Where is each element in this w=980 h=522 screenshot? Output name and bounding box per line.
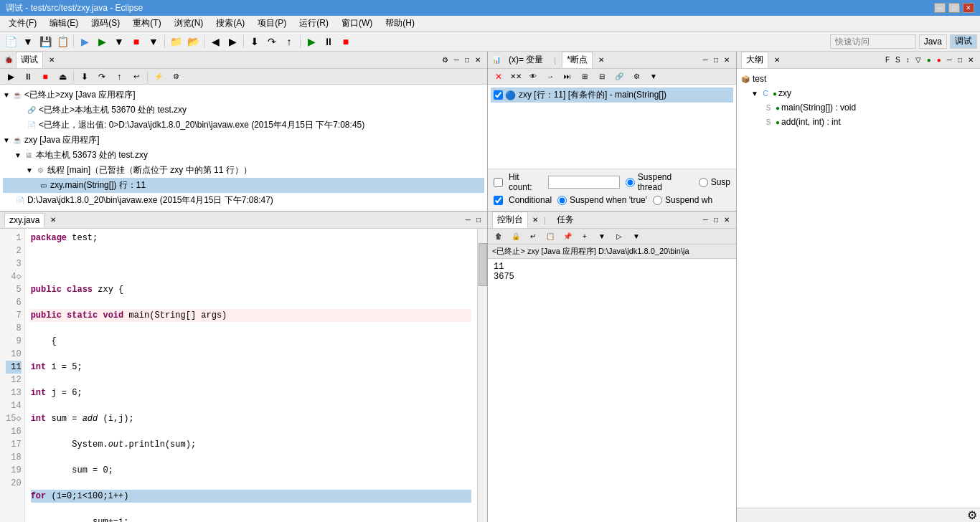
outline-close[interactable]: ✕ (966, 55, 976, 65)
editor-body[interactable]: 1234◇5 678910 11121314 15◇1617181920 pac… (0, 229, 487, 522)
close-bp-tab[interactable]: ✕ (598, 56, 604, 64)
open-resource-button[interactable]: 📂 (185, 34, 201, 49)
console-tab[interactable]: 控制台 (492, 212, 528, 228)
resume[interactable]: ▶ (303, 34, 319, 49)
debug-button[interactable]: ▶ (77, 34, 93, 49)
open-type-button[interactable]: 📁 (168, 34, 184, 49)
outline-maximize[interactable]: □ (956, 55, 964, 65)
menu-refactor[interactable]: 重构(T) (127, 16, 166, 31)
suspend-thread-radio[interactable] (626, 178, 635, 187)
console-dropdown2[interactable]: ▼ (628, 229, 644, 245)
outline-item-test[interactable]: 📦 test (740, 72, 977, 86)
terminate[interactable]: ■ (338, 34, 354, 49)
terminate-debug[interactable]: ■ (37, 69, 53, 85)
menu-source[interactable]: 源码(S) (85, 16, 126, 31)
scroll-lock[interactable]: 🔒 (508, 229, 524, 245)
close-button[interactable]: ✕ (963, 3, 974, 13)
settings-icon[interactable]: ⚙ (967, 508, 977, 522)
outline-item-zxy[interactable]: ▼ C ● zxy (740, 86, 977, 100)
bp-dropdown[interactable]: ▼ (646, 69, 661, 85)
console-settings[interactable]: ▷ (611, 229, 627, 245)
word-wrap[interactable]: ↵ (525, 229, 541, 245)
menu-window[interactable]: 窗口(W) (336, 16, 378, 31)
outline-hide-static[interactable]: S (893, 55, 903, 65)
tree-item-terminated1[interactable]: ▼ ☕ <已终止>zxy [Java 应用程序] (3, 87, 484, 103)
run-button[interactable]: ▶ (94, 34, 110, 49)
editor-scrollbar[interactable] (477, 229, 487, 522)
tree-item-terminated2[interactable]: 🔗 <已终止>本地主机 53670 处的 test.zxy (3, 103, 484, 118)
clear-console[interactable]: 🗑 (491, 229, 507, 245)
outline-item-add[interactable]: S ● add(int, int) : int (740, 115, 977, 129)
variables-tab[interactable]: (x)= 变量 (504, 52, 548, 68)
stop-button[interactable]: ■ (128, 34, 144, 49)
menu-search[interactable]: 搜索(A) (210, 16, 250, 31)
minimize-button[interactable]: ─ (934, 3, 946, 13)
debug-tree[interactable]: ▼ ☕ <已终止>zxy [Java 应用程序] 🔗 <已终止>本地主机 536… (0, 85, 487, 211)
expand-bp[interactable]: ⊞ (577, 69, 593, 85)
stop-dropdown[interactable]: ▼ (146, 34, 161, 49)
suspend[interactable]: ⏸ (321, 34, 336, 49)
debug-close[interactable]: ✕ (473, 55, 483, 65)
resume-debug[interactable]: ▶ (3, 69, 19, 85)
suspend-vm-radio[interactable] (699, 178, 708, 187)
skip-all-bp[interactable]: ⏭ (560, 69, 575, 85)
hit-count-checkbox[interactable] (494, 178, 503, 187)
editor-tab[interactable]: zxy.java (4, 213, 44, 227)
next-button[interactable]: ▶ (225, 34, 240, 49)
hit-count-input[interactable] (548, 176, 620, 189)
menu-run[interactable]: 运行(R) (293, 16, 334, 31)
step-into[interactable]: ⬇ (247, 34, 263, 49)
outline-breakpoint-icon[interactable]: ● (925, 55, 933, 65)
settings-bp[interactable]: ⚙ (628, 69, 644, 85)
debug-settings[interactable]: ⚙ (440, 55, 451, 65)
menu-edit[interactable]: 编辑(E) (44, 16, 84, 31)
outline-hide-fields[interactable]: F (883, 55, 892, 65)
debug-perspective[interactable]: 调试 (950, 34, 977, 49)
new-dropdown[interactable]: ▼ (20, 34, 36, 49)
collapse-bp[interactable]: ⊟ (594, 69, 610, 85)
bp-item[interactable]: 🔵 zxy [行：11] [有条件的] - main(String[]) (491, 87, 733, 103)
outline-tab[interactable]: 大纲 (741, 52, 768, 68)
step-over-debug[interactable]: ↷ (94, 69, 110, 85)
console-close[interactable]: ✕ (722, 215, 732, 224)
bp-minimize[interactable]: ─ (701, 55, 710, 65)
new-console[interactable]: + (577, 229, 593, 245)
step-into-debug[interactable]: ⬇ (77, 69, 93, 85)
new-button[interactable]: 📄 (3, 34, 19, 49)
link-bp[interactable]: 🔗 (611, 69, 627, 85)
step-over[interactable]: ↷ (264, 34, 280, 49)
editor-minimize[interactable]: ─ (463, 215, 473, 224)
debug-minimize[interactable]: ─ (452, 55, 461, 65)
close-console-tab[interactable]: ✕ (532, 216, 538, 224)
pin-console[interactable]: 📌 (560, 229, 575, 245)
save-button[interactable]: 💾 (37, 34, 53, 49)
outline-filter[interactable]: ▽ (913, 55, 923, 65)
prev-button[interactable]: ◀ (207, 34, 223, 49)
menu-project[interactable]: 项目(P) (252, 16, 292, 31)
conditional-checkbox[interactable] (494, 196, 503, 205)
tree-item-host[interactable]: ▼ 🖥 本地主机 53673 处的 test.zxy (3, 148, 484, 163)
menu-navigate[interactable]: 浏览(N) (169, 16, 209, 31)
debug-maximize[interactable]: □ (463, 55, 471, 65)
outline-bp2[interactable]: ● (935, 55, 943, 65)
bp-checkbox[interactable] (494, 90, 503, 100)
close-editor-tab[interactable]: ✕ (50, 216, 56, 224)
breakpoints-tab[interactable]: *断点 (562, 52, 593, 68)
outline-item-main[interactable]: S ● main(String[]) : void (740, 100, 977, 115)
scrollbar-thumb[interactable] (479, 243, 487, 286)
suspend-other-radio[interactable] (653, 196, 662, 205)
debug-tab[interactable]: 调试 (16, 52, 43, 68)
remove-bp[interactable]: ✕ (491, 69, 507, 85)
console-dropdown[interactable]: ▼ (594, 229, 610, 245)
suspend-debug[interactable]: ⏸ (20, 69, 36, 85)
use-step-filters[interactable]: ⚡ (151, 69, 166, 85)
save-all-button[interactable]: 📋 (55, 34, 70, 49)
show-bp[interactable]: 👁 (525, 69, 541, 85)
console-maximize[interactable]: □ (712, 215, 720, 224)
java-perspective[interactable]: Java (919, 34, 947, 49)
goto-bp[interactable]: → (542, 69, 558, 85)
tree-item-terminated3[interactable]: 📄 <已终止，退出值: 0>D:\Java\jdk1.8.0_20\bin\ja… (3, 118, 484, 133)
bp-close[interactable]: ✕ (722, 55, 732, 65)
tree-item-exe[interactable]: 📄 D:\Java\jdk1.8.0_20\bin\javaw.exe (201… (3, 193, 484, 208)
code-content[interactable]: package test; public class zxy { public … (25, 229, 477, 522)
